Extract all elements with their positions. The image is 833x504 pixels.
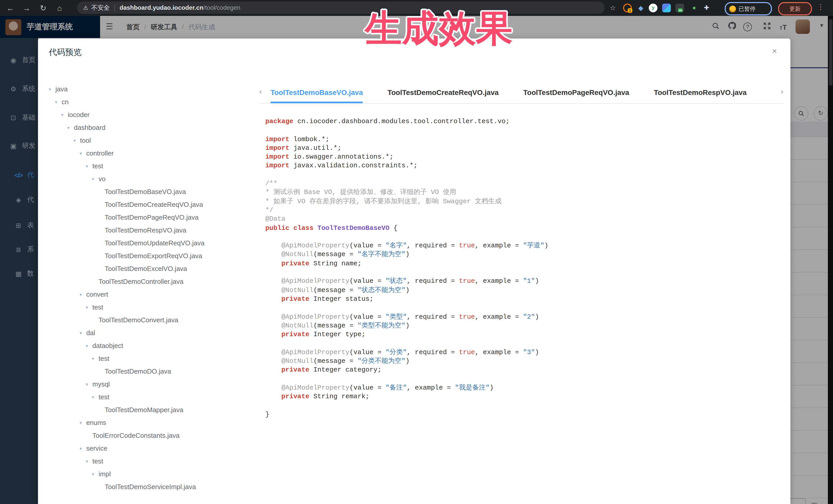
tree-node[interactable]: ▾cn [49,95,254,108]
file-tab[interactable]: ToolTestDemoRespVO.java [654,82,747,103]
caret-down-icon[interactable]: ▾ [86,343,92,348]
tree-node[interactable]: ToolTestDemoConvert.java [49,314,254,327]
tree-node-label: vo [98,175,105,183]
tabs-scroll-left-icon[interactable]: ‹ [259,87,262,95]
tree-node[interactable]: ToolTestDemoMapper.java [49,403,254,416]
tree-node[interactable]: ▾vo [49,172,254,185]
code-line: @ApiModelProperty(value = "名字", required… [265,241,788,250]
tree-node[interactable]: ToolTestDemoCreateReqVO.java [49,198,254,211]
browser-update-button[interactable]: 更新 [778,2,812,16]
code-line: @ApiModelProperty(value = "状态", required… [265,277,788,286]
caret-down-icon[interactable]: ▾ [55,99,62,104]
home-icon[interactable]: ⌂ [53,0,66,16]
annotation-text: 生成效果 [364,8,513,49]
forward-icon[interactable]: → [21,0,33,16]
caret-down-icon[interactable]: ▾ [86,382,92,387]
caret-down-icon[interactable]: ▾ [86,305,92,310]
extension-y-icon[interactable]: y [649,4,658,12]
tree-node[interactable]: ▾service [49,442,254,455]
tree-node[interactable]: ToolTestDemoController.java [49,275,254,288]
caret-down-icon[interactable]: ▾ [92,356,98,361]
tree-node[interactable]: ToolTestDemoRespVO.java [49,224,254,237]
tree-node[interactable]: ▾test [49,390,254,403]
tree-node[interactable]: ▾dashboard [49,121,254,134]
tree-node[interactable]: ▾iocoder [49,108,254,121]
tree-node[interactable]: ▾mysql [49,378,254,390]
tree-node[interactable]: ▾convert [49,288,254,301]
security-label[interactable]: 不安全 [91,3,110,12]
tree-node-label: test [98,355,109,362]
tree-node[interactable]: ToolTestDemoBaseVO.java [49,185,254,198]
caret-down-icon[interactable]: ▾ [79,420,86,425]
update-label: 更新 [789,5,801,13]
tabs-scroll-right-icon[interactable]: › [781,87,783,95]
url-path: /tool/codegen [204,4,240,11]
file-tab[interactable]: ToolTestDemoPageReqVO.java [523,82,629,103]
tree-node[interactable]: ToolTestDemoExportReqVO.java [49,249,254,262]
caret-down-icon[interactable]: ▾ [92,176,98,182]
extension-power-icon[interactable]: on [675,4,684,12]
code-line: * 如果子 VO 存在差异的字段, 请不要添加到这里, 影响 Swagger 文… [265,197,788,206]
tree-node[interactable]: ▾java [49,82,254,95]
paused-label: 已暂停 [739,5,756,13]
tree-node[interactable]: ▾impl [49,467,254,480]
caret-down-icon[interactable]: ▾ [49,87,55,92]
code-line: private String remark; [265,392,788,401]
code-line [265,339,788,348]
tree-node-label: ToolTestDemoUpdateReqVO.java [105,239,205,247]
caret-down-icon[interactable]: ▾ [79,151,86,156]
close-icon[interactable]: × [769,46,780,57]
tree-node[interactable]: ▾test [49,301,254,314]
tree-node-label: dal [86,329,95,337]
tree-node[interactable]: ▾test [49,455,254,467]
file-tab[interactable]: ToolTestDemoCreateReqVO.java [387,82,499,103]
code-line [265,126,788,135]
tree-node[interactable]: ToolTestDemoServiceImpl.java [49,480,254,493]
code-viewer[interactable]: package cn.iocoder.dashboard.modules.too… [259,104,788,504]
file-tabs: ‹ ToolTestDemoBaseVO.javaToolTestDemoCre… [259,82,783,104]
back-icon[interactable]: ← [4,0,17,16]
bookmark-star-icon[interactable]: ☆ [606,0,619,16]
caret-down-icon[interactable]: ▾ [92,472,98,477]
caret-down-icon[interactable]: ▾ [61,112,68,117]
caret-down-icon[interactable]: ▾ [79,292,86,297]
file-tab[interactable]: ToolTestDemoBaseVO.java [270,82,363,103]
tree-node-label: controller [86,149,114,157]
code-line: @ApiModelProperty(value = "备注", example … [265,383,788,392]
tree-node[interactable]: ▾controller [49,147,254,160]
tree-node-label: ToolTestDemoMapper.java [105,406,183,414]
code-line: private Integer status; [265,295,788,304]
tree-node[interactable]: ▾dataobject [49,339,254,352]
extension-leaf-icon[interactable]: ● [690,4,698,12]
tree-node[interactable]: ToolTestDemoExcelVO.java [49,262,254,275]
tree-node[interactable]: ToolTestDemoDO.java [49,365,254,378]
caret-down-icon[interactable]: ▾ [73,138,80,143]
tree-node-label: convert [86,290,108,298]
code-line: private String name; [265,259,788,268]
extension-puzzle-icon[interactable]: ✚ [702,4,711,12]
tree-node-label: service [86,445,107,452]
extension-gem-icon[interactable]: ◆ [637,4,645,12]
tree-node[interactable]: ▾tool [49,134,254,147]
tree-node[interactable]: ▾test [49,160,254,172]
reload-icon[interactable]: ↻ [37,0,49,16]
tree-node[interactable]: ▾test [49,352,254,365]
caret-down-icon[interactable]: ▾ [86,164,92,169]
extension-grid-icon[interactable] [662,4,671,12]
code-line: import java.util.*; [265,144,788,153]
browser-menu-icon[interactable]: ⋮ [817,3,824,11]
paused-extension-button[interactable]: 已暂停 [725,2,772,16]
tree-node[interactable]: ▾dal [49,327,254,339]
caret-down-icon[interactable]: ▾ [92,394,98,400]
tree-node[interactable]: ToolTestDemoPageReqVO.java [49,211,254,224]
code-line: @ApiModelProperty(value = "类型", required… [265,312,788,321]
caret-down-icon[interactable]: ▾ [86,459,92,464]
caret-down-icon[interactable]: ▾ [67,125,74,130]
extension-icon[interactable]: 1 [623,4,632,12]
tree-node[interactable]: ToolTestDemoUpdateReqVO.java [49,237,254,249]
tree-node[interactable]: ▾enums [49,416,254,429]
file-tree: ▾java▾cn▾iocoder▾dashboard▾tool▾controll… [49,82,254,504]
caret-down-icon[interactable]: ▾ [79,446,86,451]
tree-node[interactable]: ToolErrorCodeConstants.java [49,429,254,442]
caret-down-icon[interactable]: ▾ [79,330,86,335]
